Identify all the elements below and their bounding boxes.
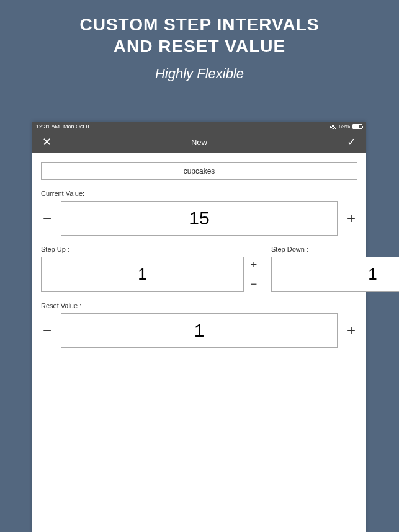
promo-subtitle: Highly Flexible [0, 66, 399, 82]
current-value-plus-button[interactable]: + [345, 210, 357, 227]
status-date: Mon Oct 8 [63, 123, 89, 130]
step-up-stepper: + − [41, 257, 259, 292]
status-battery-pct: 69% [339, 123, 350, 130]
step-up-input[interactable] [41, 257, 244, 292]
device-frame: 12:31 AM Mon Oct 8 69% ✕ New ✓ Current V… [32, 122, 366, 532]
counter-name-input[interactable] [41, 162, 357, 180]
reset-value-label: Reset Value : [41, 302, 357, 309]
current-value-input[interactable] [61, 201, 338, 236]
current-value-minus-button[interactable]: − [41, 210, 53, 227]
step-down-label: Step Down : [271, 246, 399, 253]
reset-value-input[interactable] [61, 313, 338, 348]
promo-title-line2: AND RESET VALUE [0, 35, 399, 57]
reset-value-minus-button[interactable]: − [41, 322, 53, 339]
promo-title: CUSTOM STEP INTERVALS AND RESET VALUE [0, 0, 399, 57]
status-time: 12:31 AM [36, 123, 60, 130]
current-value-label: Current Value: [41, 190, 357, 197]
nav-title: New [191, 138, 207, 147]
battery-icon [352, 124, 362, 129]
reset-value-stepper: − + [41, 313, 357, 348]
step-up-plus-button[interactable]: + [249, 259, 259, 270]
wifi-icon [330, 124, 336, 129]
step-down-input[interactable] [271, 257, 399, 292]
close-button[interactable]: ✕ [42, 135, 52, 149]
step-up-label: Step Up : [41, 246, 259, 253]
status-bar: 12:31 AM Mon Oct 8 69% [32, 122, 366, 131]
reset-value-plus-button[interactable]: + [345, 322, 357, 339]
promo-title-line1: CUSTOM STEP INTERVALS [0, 14, 399, 35]
step-up-minus-button[interactable]: − [249, 278, 259, 290]
step-down-stepper: + − [271, 257, 399, 292]
confirm-button[interactable]: ✓ [347, 135, 356, 149]
nav-bar: ✕ New ✓ [32, 131, 366, 153]
current-value-stepper: − + [41, 201, 357, 236]
form-content: Current Value: − + Step Up : + − Step Do… [32, 153, 366, 358]
